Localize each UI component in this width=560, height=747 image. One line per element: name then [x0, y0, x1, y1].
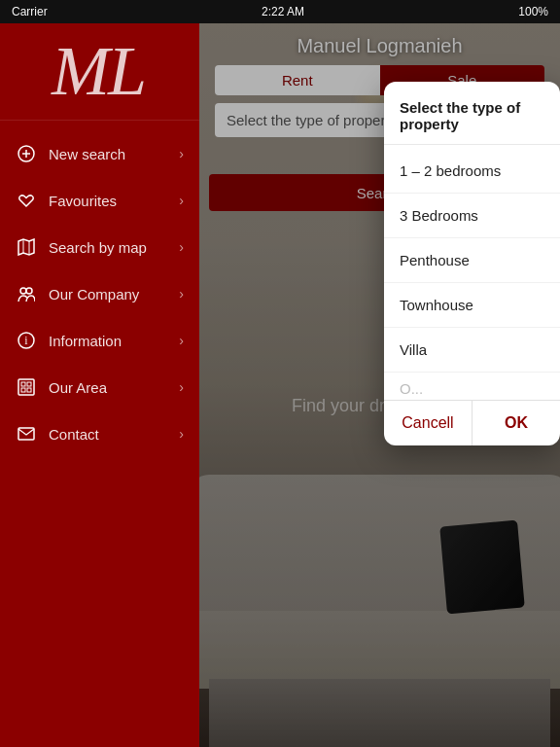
property-type-modal: Select the type of property 1 – 2 bedroo… [384, 82, 560, 445]
content-area: Manuel Logmanieh Rent Sale Select the ty… [199, 23, 560, 747]
chevron-icon: › [179, 146, 184, 161]
modal-item-other-partial[interactable]: O... [384, 373, 560, 396]
sidebar-item-label: Our Area [49, 379, 179, 396]
map-icon [16, 236, 37, 258]
carrier-text: Carrier [12, 5, 48, 18]
chevron-icon: › [179, 333, 184, 348]
svg-rect-16 [18, 428, 34, 440]
sidebar-logo: ML [0, 23, 199, 121]
chevron-icon: › [179, 239, 184, 255]
modal-item-townhouse[interactable]: Townhouse [384, 283, 560, 328]
sidebar-item-information[interactable]: i Information › [0, 317, 199, 364]
modal-item-label: Townhouse [400, 297, 473, 313]
info-icon: i [16, 330, 37, 351]
time-text: 2:22 AM [262, 5, 304, 18]
modal-actions: Cancell OK [384, 400, 560, 445]
svg-rect-12 [21, 382, 25, 386]
modal-cancel-button[interactable]: Cancell [384, 401, 472, 445]
logo-monogram: ML [42, 28, 158, 115]
modal-item-1-2-bedrooms[interactable]: 1 – 2 bedrooms [384, 149, 560, 194]
sidebar-item-our-company[interactable]: Our Company › [0, 270, 199, 317]
svg-rect-13 [27, 382, 31, 386]
company-icon [16, 283, 37, 304]
svg-rect-14 [21, 388, 25, 392]
modal-item-label: 3 Bedrooms [400, 207, 478, 224]
svg-rect-15 [27, 388, 31, 392]
modal-item-label: Penthouse [400, 252, 470, 268]
svg-point-8 [26, 288, 32, 294]
modal-item-label: 1 – 2 bedrooms [400, 162, 501, 179]
sidebar-item-new-search[interactable]: New search › [0, 130, 199, 177]
svg-marker-4 [18, 239, 34, 255]
main-layout: ML New search › [0, 23, 560, 747]
modal-item-label: Villa [400, 341, 427, 358]
chevron-icon: › [179, 286, 184, 302]
modal-overlay: Select the type of property 1 – 2 bedroo… [199, 23, 560, 747]
svg-point-7 [20, 288, 26, 294]
modal-item-label-partial: O... [400, 380, 423, 396]
sidebar-item-label: Search by map [49, 239, 179, 256]
chevron-icon: › [179, 379, 184, 395]
modal-item-penthouse[interactable]: Penthouse [384, 238, 560, 283]
sidebar-navigation: New search › Favourites › [0, 121, 199, 747]
modal-item-villa[interactable]: Villa [384, 328, 560, 373]
sidebar-item-contact[interactable]: Contact › [0, 410, 199, 457]
svg-rect-11 [18, 379, 34, 395]
sidebar-item-label: Information [49, 333, 179, 349]
sidebar-item-favourites[interactable]: Favourites › [0, 177, 199, 224]
modal-title: Select the type of property [384, 82, 560, 145]
sidebar-item-our-area[interactable]: Our Area › [0, 364, 199, 410]
sidebar-item-label: New search [49, 146, 179, 162]
area-icon [16, 376, 37, 398]
modal-item-3-bedrooms[interactable]: 3 Bedrooms [384, 194, 560, 238]
sidebar-item-label: Contact [49, 426, 179, 443]
svg-text:i: i [24, 334, 28, 347]
sidebar-item-label: Favourites [49, 193, 179, 209]
new-search-icon [16, 143, 37, 164]
sidebar-item-label: Our Company [49, 286, 179, 302]
sidebar: ML New search › [0, 23, 199, 747]
property-type-list: 1 – 2 bedrooms 3 Bedrooms Penthouse Town… [384, 145, 560, 400]
sidebar-item-search-by-map[interactable]: Search by map › [0, 224, 199, 270]
favourites-icon [16, 190, 37, 211]
status-bar: Carrier 2:22 AM 100% [0, 0, 560, 23]
battery-text: 100% [518, 5, 548, 18]
modal-ok-button[interactable]: OK [472, 401, 560, 445]
contact-icon [16, 423, 37, 445]
chevron-icon: › [179, 193, 184, 208]
svg-text:ML: ML [51, 32, 145, 106]
chevron-icon: › [179, 426, 184, 442]
